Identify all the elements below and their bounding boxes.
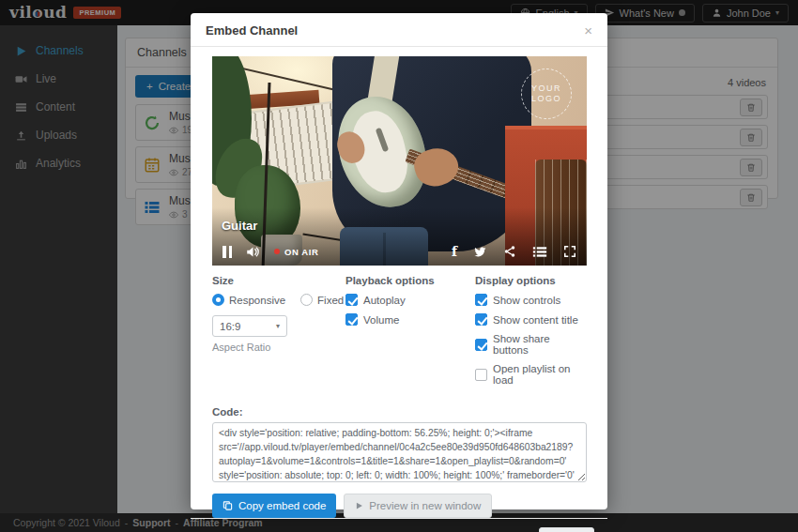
checkbox[interactable]: [475, 294, 487, 306]
responsive-label: Responsive: [229, 295, 285, 306]
show-content-title-checkbox-row[interactable]: Show content title: [475, 313, 587, 326]
open-playlist-checkbox-row[interactable]: Open playlist on load: [475, 363, 587, 386]
checkbox[interactable]: [345, 294, 358, 306]
preview-label: Preview in new window: [369, 500, 481, 511]
preview-button[interactable]: Preview in new window: [344, 494, 492, 518]
aspect-ratio-label: Aspect Ratio: [212, 342, 345, 353]
speaker-icon: [246, 246, 260, 258]
play-icon: [355, 501, 363, 510]
modal-title: Embed Channel: [206, 23, 298, 38]
copy-icon: [223, 500, 233, 511]
show-controls-label: Show controls: [493, 295, 560, 306]
open-playlist-label: Open playlist on load: [493, 363, 587, 386]
modal-footer: Close: [191, 518, 607, 532]
logo-line-1: YOUR: [531, 84, 561, 94]
show-content-title-label: Show content title: [493, 314, 578, 326]
close-icon[interactable]: ×: [584, 23, 592, 38]
radio-button[interactable]: [212, 294, 224, 306]
volume-checkbox-row[interactable]: Volume: [345, 313, 475, 326]
on-air-dot: [274, 249, 280, 254]
embed-options: Size Responsive Fixed 16:9 ▾: [212, 275, 587, 393]
facebook-share-button[interactable]: f: [452, 244, 457, 259]
copy-embed-code-button[interactable]: Copy embed code: [212, 494, 336, 518]
size-heading: Size: [212, 275, 345, 286]
close-button[interactable]: Close: [539, 527, 594, 532]
code-label: Code:: [212, 406, 587, 418]
show-share-buttons-checkbox-row[interactable]: Show share buttons: [475, 333, 587, 356]
aspect-ratio-value: 16:9: [220, 321, 240, 332]
autoplay-label: Autoplay: [363, 295, 406, 306]
embed-code-textarea[interactable]: <div style='position: relative; padding-…: [212, 422, 587, 482]
player-controls: ON AIR f: [212, 237, 587, 266]
fixed-label: Fixed: [317, 295, 344, 306]
chevron-down-icon: ▾: [276, 322, 280, 330]
playback-heading: Playback options: [345, 275, 475, 286]
responsive-radio[interactable]: Responsive: [212, 294, 285, 306]
show-controls-checkbox-row[interactable]: Show controls: [475, 294, 587, 306]
app-root: viloud PREMIUM English ▾ What's New John…: [0, 0, 798, 532]
radio-button[interactable]: [300, 294, 313, 306]
size-options: Size Responsive Fixed 16:9 ▾: [212, 275, 345, 393]
playlist-button[interactable]: [532, 246, 547, 258]
autoplay-checkbox-row[interactable]: Autoplay: [345, 294, 475, 306]
modal-header: Embed Channel ×: [191, 13, 607, 47]
checkbox[interactable]: [475, 313, 487, 326]
fullscreen-icon: [563, 245, 576, 258]
display-heading: Display options: [475, 275, 587, 286]
size-radio-group: Responsive Fixed: [212, 294, 345, 306]
modal-body: YOUR LOGO Guitar ON AIR f: [191, 47, 607, 518]
share-icon: [503, 245, 516, 258]
fixed-radio[interactable]: Fixed: [300, 294, 344, 306]
logo-line-2: LOGO: [531, 94, 561, 104]
checkbox[interactable]: [475, 339, 487, 351]
twitter-share-button[interactable]: [473, 246, 487, 258]
pause-button[interactable]: [223, 246, 232, 258]
playback-options: Playback options Autoplay Volume: [345, 275, 475, 393]
embed-channel-modal: Embed Channel ×: [191, 13, 607, 509]
checkbox[interactable]: [345, 313, 358, 326]
display-options: Display options Show controls Show conte…: [475, 275, 587, 393]
share-button[interactable]: [503, 245, 516, 258]
on-air-label: ON AIR: [284, 247, 319, 257]
show-share-buttons-label: Show share buttons: [493, 333, 587, 356]
aspect-ratio-select[interactable]: 16:9 ▾: [212, 315, 287, 337]
your-logo-watermark: YOUR LOGO: [521, 68, 572, 119]
embed-actions: Copy embed code Preview in new window: [212, 494, 587, 518]
playlist-icon: [532, 246, 547, 258]
fullscreen-button[interactable]: [563, 245, 576, 258]
checkbox[interactable]: [475, 369, 487, 381]
twitter-icon: [473, 246, 487, 258]
content-title-overlay: Guitar: [222, 219, 257, 233]
copy-embed-code-label: Copy embed code: [238, 500, 326, 511]
video-player-preview[interactable]: YOUR LOGO Guitar ON AIR f: [212, 56, 587, 266]
player-social-buttons: f: [452, 244, 576, 259]
volume-label: Volume: [363, 314, 399, 326]
on-air-badge: ON AIR: [274, 247, 319, 257]
volume-button[interactable]: [246, 246, 260, 258]
